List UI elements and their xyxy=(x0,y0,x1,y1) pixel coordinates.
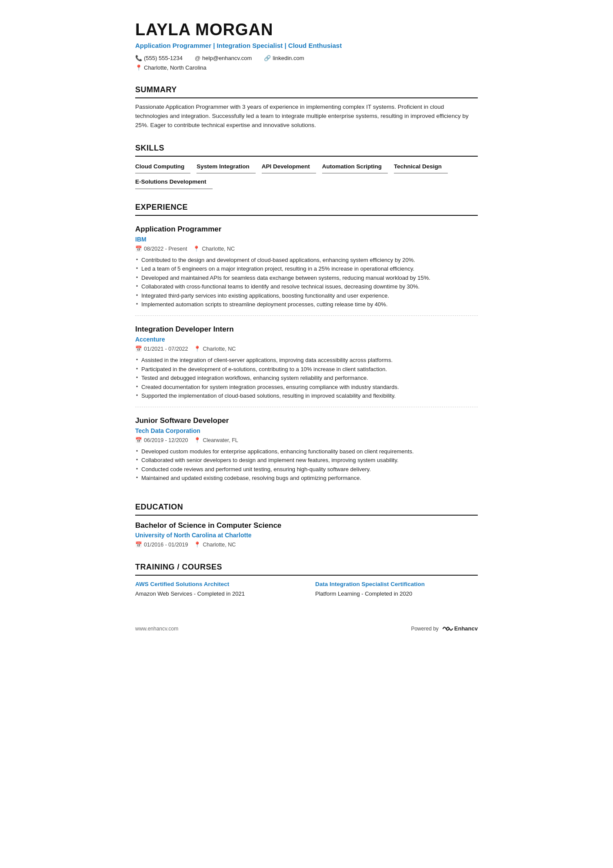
edu-school: University of North Carolina at Charlott… xyxy=(135,531,478,540)
footer-website: www.enhancv.com xyxy=(135,625,178,633)
skill-e-solutions: E-Solutions Development xyxy=(135,176,213,189)
candidate-title: Application Programmer | Integration Spe… xyxy=(135,41,478,51)
skill-cloud-computing: Cloud Computing xyxy=(135,161,190,174)
bullet-3-4: Maintained and updated existing codebase… xyxy=(135,474,478,483)
linkedin-value: linkedin.com xyxy=(273,54,304,63)
job-ibm: Application Programmer IBM 📅 08/2022 - P… xyxy=(135,224,478,316)
bullet-1-6: Implemented automation scripts to stream… xyxy=(135,300,478,309)
education-title: EDUCATION xyxy=(135,501,478,513)
edu-meta: 📅 01/2016 - 01/2019 📍 Charlotte, NC xyxy=(135,541,478,549)
job-dates-2: 📅 01/2021 - 07/2022 xyxy=(135,345,188,353)
job-meta-2: 📅 01/2021 - 07/2022 📍 Charlotte, NC xyxy=(135,345,478,353)
summary-text: Passionate Application Programmer with 3… xyxy=(135,103,478,130)
job-dates-3: 📅 06/2019 - 12/2020 xyxy=(135,436,188,445)
summary-title: SUMMARY xyxy=(135,84,478,96)
linkedin-icon: 🔗 xyxy=(264,54,271,63)
location-icon: 📍 xyxy=(135,64,142,72)
bullet-2-5: Supported the implementation of cloud-ba… xyxy=(135,392,478,400)
location-icon-2: 📍 xyxy=(194,345,201,353)
powered-by-label: Powered by xyxy=(411,625,438,633)
footer-brand: Powered by Enhancv xyxy=(411,624,478,633)
enhancv-logo: Enhancv xyxy=(441,624,478,633)
bullet-1-5: Integrated third-party services into exi… xyxy=(135,292,478,300)
bullet-2-4: Created documentation for system integra… xyxy=(135,383,478,392)
summary-divider xyxy=(135,97,478,98)
calendar-icon-3: 📅 xyxy=(135,436,142,445)
edu-location: 📍 Charlotte, NC xyxy=(194,541,236,549)
training-grid: AWS Certified Solutions Architect Amazon… xyxy=(135,580,478,598)
job-location-1: 📍 Charlotte, NC xyxy=(193,245,235,253)
header: LAYLA MORGAN Application Programmer | In… xyxy=(135,21,478,72)
bullet-1-3: Developed and maintained APIs for seamle… xyxy=(135,274,478,282)
calendar-icon-1: 📅 xyxy=(135,245,142,253)
job-location-3: 📍 Clearwater, FL xyxy=(194,436,238,445)
bullet-3-2: Collaborated with senior developers to d… xyxy=(135,456,478,465)
skill-api-development: API Development xyxy=(262,161,316,174)
training-title-1: AWS Certified Solutions Architect xyxy=(135,580,298,589)
job-dates-1: 📅 08/2022 - Present xyxy=(135,245,187,253)
job-bullets-2: Assisted in the integration of client-se… xyxy=(135,356,478,400)
edu-dates: 📅 01/2016 - 01/2019 xyxy=(135,541,188,549)
training-section: TRAINING / COURSES AWS Certified Solutio… xyxy=(135,561,478,598)
location-icon-edu: 📍 xyxy=(194,541,201,549)
brand-name: Enhancv xyxy=(454,624,478,633)
phone-value: (555) 555-1234 xyxy=(144,54,183,63)
bullet-2-3: Tested and debugged integration workflow… xyxy=(135,374,478,382)
skills-title: SKILLS xyxy=(135,142,478,154)
calendar-icon-2: 📅 xyxy=(135,345,142,353)
location-value: Charlotte, North Carolina xyxy=(144,64,207,72)
skills-section: SKILLS Cloud Computing System Integratio… xyxy=(135,142,478,189)
candidate-name: LAYLA MORGAN xyxy=(135,21,478,39)
calendar-icon-edu: 📅 xyxy=(135,541,142,549)
training-title-2: Data Integration Specialist Certificatio… xyxy=(315,580,478,589)
phone-contact: 📞 (555) 555-1234 xyxy=(135,54,183,63)
job-bullets-1: Contributed to the design and developmen… xyxy=(135,256,478,309)
skill-technical-design: Technical Design xyxy=(394,161,448,174)
skills-divider xyxy=(135,156,478,157)
logo-svg xyxy=(441,625,453,633)
training-title: TRAINING / COURSES xyxy=(135,561,478,573)
education-section: EDUCATION Bachelor of Science in Compute… xyxy=(135,501,478,549)
email-contact: @ help@enhancv.com xyxy=(195,54,252,63)
linkedin-contact: 🔗 linkedin.com xyxy=(264,54,304,63)
skill-automation-scripting: Automation Scripting xyxy=(322,161,388,174)
email-value: help@enhancv.com xyxy=(202,54,252,63)
education-divider xyxy=(135,515,478,516)
experience-title: EXPERIENCE xyxy=(135,201,478,213)
experience-divider xyxy=(135,215,478,216)
job-techdata: Junior Software Developer Tech Data Corp… xyxy=(135,415,478,489)
experience-section: EXPERIENCE Application Programmer IBM 📅 … xyxy=(135,201,478,489)
email-icon: @ xyxy=(195,54,200,63)
location-icon-3: 📍 xyxy=(194,436,201,445)
skill-system-integration: System Integration xyxy=(197,161,256,174)
company-name-1: IBM xyxy=(135,235,478,244)
company-name-3: Tech Data Corporation xyxy=(135,426,478,436)
job-bullets-3: Developed custom modules for enterprise … xyxy=(135,447,478,483)
bullet-2-2: Participated in the development of e-sol… xyxy=(135,365,478,374)
location-contact: 📍 Charlotte, North Carolina xyxy=(135,64,207,72)
job-meta-1: 📅 08/2022 - Present 📍 Charlotte, NC xyxy=(135,245,478,253)
resume-page: LAYLA MORGAN Application Programmer | In… xyxy=(111,0,502,659)
bullet-1-4: Collaborated with cross-functional teams… xyxy=(135,282,478,291)
bullet-2-1: Assisted in the integration of client-se… xyxy=(135,356,478,365)
phone-icon: 📞 xyxy=(135,54,142,63)
job-location-2: 📍 Charlotte, NC xyxy=(194,345,236,353)
job-title-2: Integration Developer Intern xyxy=(135,324,478,335)
training-divider xyxy=(135,575,478,576)
summary-section: SUMMARY Passionate Application Programme… xyxy=(135,84,478,130)
company-name-2: Accenture xyxy=(135,335,478,344)
bullet-3-1: Developed custom modules for enterprise … xyxy=(135,447,478,456)
job-accenture: Integration Developer Intern Accenture 📅… xyxy=(135,324,478,407)
training-detail-2: Platform Learning - Completed in 2020 xyxy=(315,590,478,598)
job-title-1: Application Programmer xyxy=(135,224,478,235)
bullet-1-2: Led a team of 5 engineers on a major int… xyxy=(135,265,478,273)
edu-degree: Bachelor of Science in Computer Science xyxy=(135,520,478,531)
job-title-3: Junior Software Developer xyxy=(135,415,478,426)
skills-list: Cloud Computing System Integration API D… xyxy=(135,161,478,189)
contact-row-2: 📍 Charlotte, North Carolina xyxy=(135,64,478,72)
footer: www.enhancv.com Powered by Enhancv xyxy=(135,624,478,633)
location-icon-1: 📍 xyxy=(193,245,200,253)
contact-row-1: 📞 (555) 555-1234 @ help@enhancv.com 🔗 li… xyxy=(135,54,478,63)
training-item-1: AWS Certified Solutions Architect Amazon… xyxy=(135,580,298,598)
training-item-2: Data Integration Specialist Certificatio… xyxy=(315,580,478,598)
